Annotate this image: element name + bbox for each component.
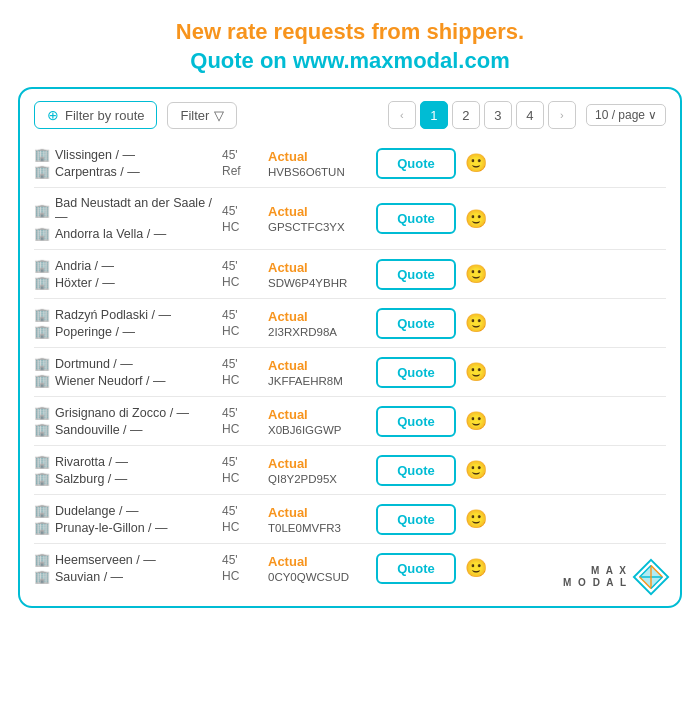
building-icon: 🏢 <box>34 324 50 339</box>
logo-area: M A X M O D A L <box>563 558 670 596</box>
container-type: HC <box>222 373 260 387</box>
from-city: 🏢 Dudelange / — <box>34 503 214 518</box>
quote-button[interactable]: Quote <box>376 148 456 179</box>
chevron-down-icon: ∨ <box>648 108 657 122</box>
message-icon[interactable]: 🙂 <box>464 152 488 174</box>
container-type: Ref <box>222 164 260 178</box>
ref-code: QI8Y2PD95X <box>268 473 368 485</box>
message-icon[interactable]: 🙂 <box>464 508 488 530</box>
message-icon[interactable]: 🙂 <box>464 557 488 579</box>
city-block: 🏢 Heemserveen / — 🏢 Sauvian / — <box>34 552 214 584</box>
size-block: 45' HC <box>222 406 260 436</box>
ref-code: X0BJ6IGGWP <box>268 424 368 436</box>
size-block: 45' HC <box>222 259 260 289</box>
quote-button[interactable]: Quote <box>376 308 456 339</box>
header-line1: New rate requests from shippers. <box>0 18 700 47</box>
status-block: Actual HVBS6O6TUN <box>268 149 368 178</box>
pagination-page-4[interactable]: 4 <box>516 101 544 129</box>
city-block: 🏢 Dortmund / — 🏢 Wiener Neudorf / — <box>34 356 214 388</box>
message-icon[interactable]: 🙂 <box>464 459 488 481</box>
size-block: 45' HC <box>222 455 260 485</box>
quote-button[interactable]: Quote <box>376 259 456 290</box>
container-size: 45' <box>222 357 260 371</box>
from-city: 🏢 Heemserveen / — <box>34 552 214 567</box>
message-icon[interactable]: 🙂 <box>464 263 488 285</box>
quote-button[interactable]: Quote <box>376 553 456 584</box>
message-icon[interactable]: 🙂 <box>464 361 488 383</box>
container-type: HC <box>222 422 260 436</box>
pagination: ‹ 1 2 3 4 › 10 / page ∨ <box>388 101 666 129</box>
container-type: HC <box>222 569 260 583</box>
building-icon: 🏢 <box>34 275 50 290</box>
table-row: 🏢 Bad Neustadt an der Saale / — 🏢 Andorr… <box>34 188 666 250</box>
table-row: 🏢 Andria / — 🏢 Höxter / — 45' HC Actual … <box>34 250 666 299</box>
building-icon: 🏢 <box>34 422 50 437</box>
building-icon: 🏢 <box>34 405 50 420</box>
container-type: HC <box>222 275 260 289</box>
filter-button[interactable]: Filter ▽ <box>167 102 237 129</box>
building-icon: 🏢 <box>34 373 50 388</box>
building-icon: 🏢 <box>34 471 50 486</box>
size-block: 45' HC <box>222 308 260 338</box>
from-city: 🏢 Andria / — <box>34 258 214 273</box>
table-row: 🏢 Dudelange / — 🏢 Prunay-le-Gillon / — 4… <box>34 495 666 544</box>
size-block: 45' HC <box>222 357 260 387</box>
status-block: Actual 0CY0QWCSUD <box>268 554 368 583</box>
pagination-page-3[interactable]: 3 <box>484 101 512 129</box>
container-type: HC <box>222 324 260 338</box>
pagination-next[interactable]: › <box>548 101 576 129</box>
status-label: Actual <box>268 309 368 324</box>
ref-code: HVBS6O6TUN <box>268 166 368 178</box>
building-icon: 🏢 <box>34 147 50 162</box>
status-label: Actual <box>268 554 368 569</box>
table-row: 🏢 Rivarotta / — 🏢 Salzburg / — 45' HC Ac… <box>34 446 666 495</box>
container-type: HC <box>222 471 260 485</box>
to-city: 🏢 Prunay-le-Gillon / — <box>34 520 214 535</box>
quote-button[interactable]: Quote <box>376 203 456 234</box>
from-city: 🏢 Grisignano di Zocco / — <box>34 405 214 420</box>
building-icon: 🏢 <box>34 226 50 241</box>
city-block: 🏢 Rivarotta / — 🏢 Salzburg / — <box>34 454 214 486</box>
quote-button[interactable]: Quote <box>376 357 456 388</box>
building-icon: 🏢 <box>34 503 50 518</box>
per-page-selector[interactable]: 10 / page ∨ <box>586 104 666 126</box>
status-block: Actual T0LE0MVFR3 <box>268 505 368 534</box>
size-block: 45' HC <box>222 504 260 534</box>
building-icon: 🏢 <box>34 520 50 535</box>
building-icon: 🏢 <box>34 454 50 469</box>
logo-diamond-icon <box>632 558 670 596</box>
ref-code: GPSCTFC3YX <box>268 221 368 233</box>
from-city: 🏢 Vlissingen / — <box>34 147 214 162</box>
table-row: 🏢 Grisignano di Zocco / — 🏢 Sandouville … <box>34 397 666 446</box>
pagination-prev[interactable]: ‹ <box>388 101 416 129</box>
container-size: 45' <box>222 504 260 518</box>
pagination-page-1[interactable]: 1 <box>420 101 448 129</box>
message-icon[interactable]: 🙂 <box>464 208 488 230</box>
quote-button[interactable]: Quote <box>376 406 456 437</box>
quote-button[interactable]: Quote <box>376 455 456 486</box>
pagination-page-2[interactable]: 2 <box>452 101 480 129</box>
city-block: 🏢 Dudelange / — 🏢 Prunay-le-Gillon / — <box>34 503 214 535</box>
to-city: 🏢 Andorra la Vella / — <box>34 226 214 241</box>
filter-icon: ▽ <box>214 108 224 123</box>
table-row: 🏢 Vlissingen / — 🏢 Carpentras / — 45' Re… <box>34 139 666 188</box>
message-icon[interactable]: 🙂 <box>464 410 488 432</box>
container-type: HC <box>222 520 260 534</box>
city-block: 🏢 Andria / — 🏢 Höxter / — <box>34 258 214 290</box>
building-icon: 🏢 <box>34 258 50 273</box>
container-size: 45' <box>222 406 260 420</box>
size-block: 45' HC <box>222 204 260 234</box>
to-city: 🏢 Sauvian / — <box>34 569 214 584</box>
ref-code: 0CY0QWCSUD <box>268 571 368 583</box>
quote-button[interactable]: Quote <box>376 504 456 535</box>
filter-route-button[interactable]: ⊕ Filter by route <box>34 101 157 129</box>
ref-code: T0LE0MVFR3 <box>268 522 368 534</box>
message-icon[interactable]: 🙂 <box>464 312 488 334</box>
toolbar: ⊕ Filter by route Filter ▽ ‹ 1 2 3 4 › 1… <box>34 101 666 129</box>
city-block: 🏢 Bad Neustadt an der Saale / — 🏢 Andorr… <box>34 196 214 241</box>
status-label: Actual <box>268 204 368 219</box>
building-icon: 🏢 <box>34 552 50 567</box>
route-icon: ⊕ <box>47 107 59 123</box>
city-block: 🏢 Grisignano di Zocco / — 🏢 Sandouville … <box>34 405 214 437</box>
status-label: Actual <box>268 149 368 164</box>
